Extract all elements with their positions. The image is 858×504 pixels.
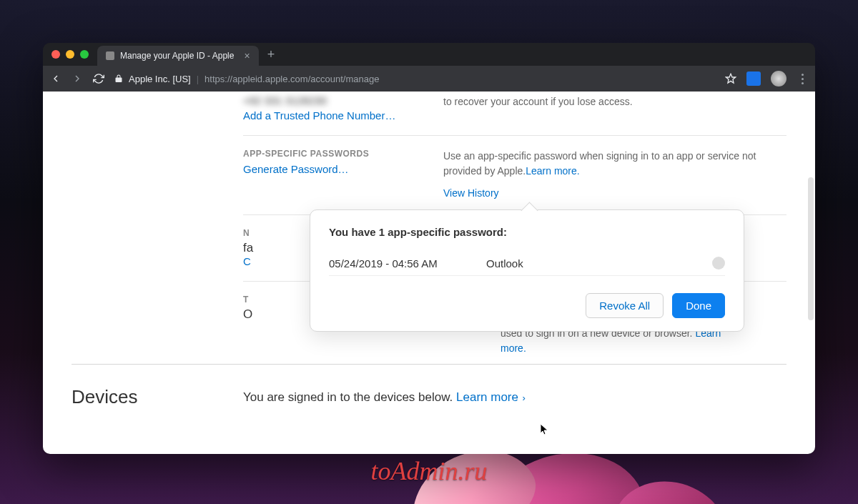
popover-title: You have 1 app-specific password: [329, 226, 725, 238]
address-separator: | [197, 74, 199, 84]
password-history-popover: You have 1 app-specific password: 05/24/… [310, 209, 744, 332]
done-button[interactable]: Done [672, 293, 725, 318]
app-passwords-row: APP-SPECIFIC PASSWORDS Generate Password… [243, 135, 786, 214]
window-controls [51, 50, 89, 59]
tab-close-button[interactable]: × [244, 50, 250, 61]
tab-title: Manage your Apple ID - Apple [120, 51, 234, 61]
app-passwords-desc: Use an app-specific password when signin… [443, 150, 756, 177]
app-passwords-label: APP-SPECIFIC PASSWORDS [243, 149, 429, 159]
password-date: 05/24/2019 - 04:56 AM [329, 257, 486, 270]
maximize-window-button[interactable] [80, 50, 89, 59]
back-button[interactable] [50, 73, 61, 84]
password-name: Outlook [486, 257, 712, 270]
trusted-phone-desc: to recover your account if you lose acce… [443, 94, 786, 122]
bookmark-star-icon[interactable] [725, 73, 736, 84]
address-organization: Apple Inc. [US] [129, 74, 191, 84]
browser-tab[interactable]: Manage your Apple ID - Apple × [97, 46, 259, 66]
reload-button[interactable] [93, 73, 104, 84]
devices-learn-more[interactable]: Learn more › [456, 390, 526, 404]
titlebar: Manage your Apple ID - Apple × + [43, 43, 815, 66]
mouse-cursor-icon [541, 424, 549, 435]
address-url: https://appleid.apple.com/account/manage [204, 74, 379, 84]
delete-password-icon[interactable] [712, 257, 725, 270]
trusted-phone-row: +92 331 3128230 Add a Trusted Phone Numb… [243, 92, 786, 135]
lock-icon [114, 74, 123, 83]
view-history-link[interactable]: View History [443, 186, 786, 201]
profile-avatar[interactable] [771, 71, 786, 87]
revoke-all-button[interactable]: Revoke All [586, 293, 664, 318]
tab-favicon [106, 51, 114, 60]
devices-desc: You are signed in to the devices below. [243, 390, 456, 404]
devices-heading: Devices [72, 386, 243, 408]
password-row: 05/24/2019 - 04:56 AM Outlook [329, 251, 725, 276]
generate-password-link[interactable]: Generate Password… [243, 163, 429, 175]
close-window-button[interactable] [51, 50, 60, 59]
scrollbar[interactable] [808, 177, 814, 320]
address-bar[interactable]: Apple Inc. [US] | https://appleid.apple.… [114, 74, 715, 84]
kebab-menu-icon[interactable] [797, 73, 808, 84]
add-trusted-phone-link[interactable]: Add a Trusted Phone Number… [243, 109, 429, 122]
minimize-window-button[interactable] [66, 50, 74, 59]
browser-window: Manage your Apple ID - Apple × + Apple I… [43, 43, 815, 454]
browser-toolbar: Apple Inc. [US] | https://appleid.apple.… [43, 66, 815, 92]
new-tab-button[interactable]: + [267, 47, 275, 62]
extension-icon[interactable] [746, 71, 761, 86]
chevron-right-icon: › [520, 392, 526, 403]
devices-section: Devices You are signed in to the devices… [72, 365, 786, 430]
app-passwords-learn-more[interactable]: Learn more. [526, 165, 579, 177]
watermark: toAdmin.ru [370, 456, 487, 486]
page-viewport: +92 331 3128230 Add a Trusted Phone Numb… [43, 92, 815, 454]
trusted-phone-number: +92 331 3128230 [243, 94, 429, 107]
forward-button[interactable] [72, 73, 83, 84]
